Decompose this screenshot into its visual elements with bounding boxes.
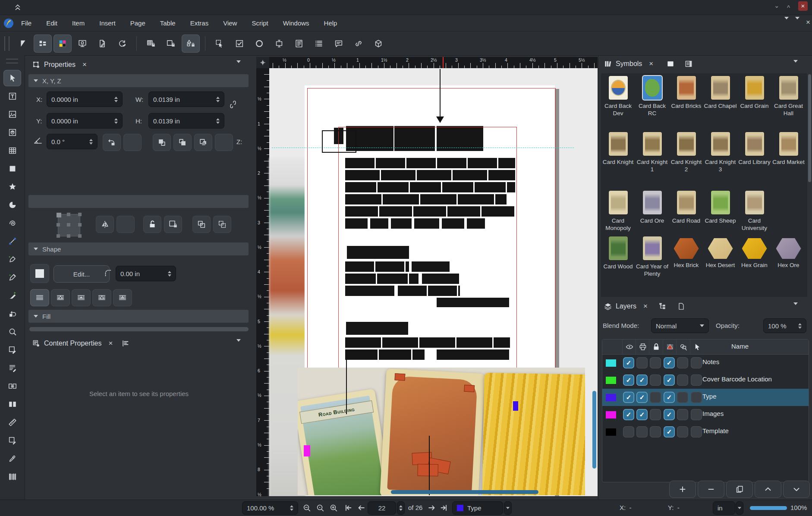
zoom-level-field[interactable]: 100.00 % [242,501,298,515]
crop-button[interactable] [270,35,288,53]
canvas-horizontal-scrollbar[interactable] [391,490,538,494]
layer-row-type[interactable]: ✓✓✓Type [602,389,809,406]
zoom-in-icon[interactable] [329,503,338,513]
symbol-thumbnail[interactable] [708,238,733,259]
spiral-tool[interactable] [3,215,21,231]
symbol-thumbnail[interactable] [643,236,662,260]
layer-checkbox-flow[interactable]: ✓ [664,374,675,386]
zoom-actual-icon[interactable] [315,503,325,513]
symbol-item[interactable]: Card University [737,191,771,232]
window-minimize-icon[interactable]: ⌄ [774,2,780,9]
shape-tool[interactable] [3,160,21,177]
lock-size-button[interactable] [164,216,182,233]
layer-checkbox-eye[interactable]: ✓ [623,357,634,368]
text-flow-button-2[interactable] [72,289,91,306]
symbol-item[interactable]: Hex Ore [771,236,806,277]
barcode-tool[interactable] [3,469,21,485]
raise-layer-button[interactable] [755,481,781,498]
chain-button[interactable] [349,35,368,53]
calligraphy-tool[interactable] [3,287,21,304]
symbol-item[interactable]: Hex Brick [669,236,703,277]
x-field[interactable]: 0.0000 in [47,91,123,107]
ellipse-button[interactable] [250,35,268,53]
rotate-ccw-button[interactable] [103,134,121,151]
paragraph-align-icon[interactable] [121,339,130,348]
group-button[interactable] [192,216,211,233]
layers-tree-icon[interactable] [658,302,667,311]
symbol-thumbnail[interactable] [742,238,767,259]
active-layer-dropdown[interactable]: Type [452,501,503,515]
eyedropper-tool[interactable] [3,450,21,467]
layer-checkbox-flow[interactable]: ✓ [664,392,675,403]
menu-item-view[interactable]: View [216,15,244,31]
layer-row-images[interactable]: ✓✓✓Images [602,406,809,423]
unit-dropdown[interactable]: in [713,501,735,515]
preview-monitor-button[interactable] [73,35,91,53]
window-maximize-icon[interactable]: ^ [787,4,790,11]
symbol-thumbnail[interactable] [711,132,730,156]
symbol-thumbnail[interactable] [609,132,628,156]
symbol-item[interactable]: Card Year of Plenty [635,236,669,277]
symbol-thumbnail[interactable] [779,132,798,156]
symbol-thumbnail[interactable] [711,76,730,100]
w-spinner[interactable] [216,97,220,102]
symbol-thumbnail[interactable] [609,191,628,214]
text-flow-button-3[interactable] [92,289,111,306]
package-button[interactable] [369,35,387,53]
symbol-thumbnail[interactable] [609,76,628,100]
zoom-spinner[interactable] [290,505,293,511]
menu-item-extras[interactable]: Extras [183,15,216,31]
layer-checkbox-printer[interactable]: ✓ [636,409,648,420]
flow-column-header[interactable] [663,340,677,354]
layer-color-swatch[interactable] [606,428,616,436]
menubar-dock-icon[interactable] [795,19,799,27]
rotation-spinner[interactable] [89,139,93,145]
edit-contents-tool[interactable] [3,342,21,358]
arc-tool[interactable] [3,197,21,213]
symbol-thumbnail[interactable] [677,76,696,100]
layer-checkbox-flow[interactable]: ✓ [664,357,675,368]
menu-item-item[interactable]: Item [65,15,92,31]
corner-radius-spinner[interactable] [168,271,171,277]
symbol-item[interactable]: Card Sheep [703,191,737,232]
x-spinner[interactable] [114,97,118,102]
flip-horizontal-button[interactable] [96,216,114,233]
rotation-field[interactable]: 0.0 ° [47,134,98,149]
measure-tool[interactable] [3,414,21,431]
menu-item-help[interactable]: Help [317,15,345,31]
layer-checkbox-select-col[interactable] [691,392,702,403]
symbols-list-view-icon[interactable] [684,60,693,68]
window-close-icon[interactable]: × [798,1,808,11]
pointer-frame-button[interactable] [211,35,229,53]
ungroup-button[interactable] [213,216,231,233]
layers-close-icon[interactable]: × [641,302,650,311]
layer-checkbox-lock[interactable] [650,426,661,437]
toolbar-drag-handle[interactable] [4,36,9,51]
layer-row-notes[interactable]: ✓✓Notes [602,354,809,371]
menu-item-table[interactable]: Table [153,15,183,31]
symbol-item[interactable]: Card Ore [635,191,669,232]
select-col-column-header[interactable] [690,340,704,354]
cursor-tool[interactable] [3,70,21,86]
menu-item-edit[interactable]: Edit [39,15,65,31]
raise-button[interactable] [173,134,192,151]
layer-color-swatch[interactable] [606,411,616,418]
unit-dropdown-arrow[interactable] [736,501,743,515]
symbol-item[interactable]: Card Market [771,132,806,173]
symbols-scrollbar[interactable] [808,74,811,182]
symbol-item[interactable]: Card Monopoly [601,191,635,232]
layer-color-swatch[interactable] [606,359,616,367]
corner-radius-field[interactable]: 0.00 in [116,266,176,281]
properties-menu-icon[interactable] [236,63,241,70]
lower-to-back-button[interactable] [215,134,233,151]
layer-checkbox-select-col[interactable] [691,426,702,437]
symbols-menu-icon[interactable] [793,63,798,70]
content-properties-menu-icon[interactable] [236,342,241,349]
render-frame-tool[interactable] [3,124,21,141]
page-number-field[interactable]: 22 [368,501,396,515]
bezier-tool[interactable] [3,251,21,267]
canvas-area[interactable]: ½0½11½22½33½44½55½ ½1½2½3½4½5½6½7½8½ Roa… [256,57,598,496]
section-fill-header[interactable]: Fill [28,310,249,323]
symbol-thumbnail[interactable] [776,238,801,259]
symbol-item[interactable]: Card Knight [601,132,635,173]
